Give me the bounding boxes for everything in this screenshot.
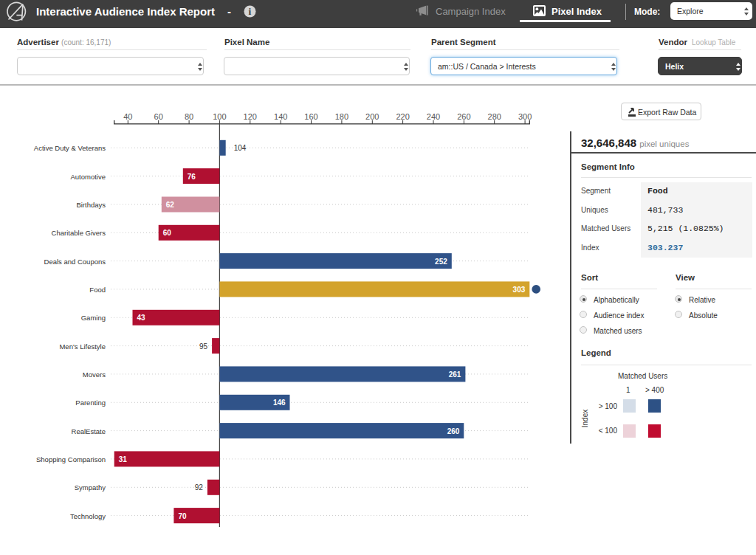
svg-text:60: 60	[154, 112, 163, 121]
svg-text:31: 31	[119, 455, 128, 463]
svg-text:62: 62	[166, 201, 175, 209]
svg-text:Charitable Givers: Charitable Givers	[52, 229, 106, 237]
svg-text:Active Duty & Veterans: Active Duty & Veterans	[34, 144, 106, 152]
svg-text:120: 120	[244, 112, 257, 121]
svg-text:80: 80	[185, 112, 193, 121]
svg-text:Deals and Coupons: Deals and Coupons	[44, 258, 106, 266]
svg-text:303: 303	[513, 286, 526, 294]
svg-text:261: 261	[449, 370, 461, 379]
svg-text:180: 180	[335, 112, 348, 121]
svg-text:76: 76	[188, 173, 196, 181]
svg-text:Sympathy: Sympathy	[75, 483, 106, 492]
svg-text:Shopping Comparison: Shopping Comparison	[36, 455, 106, 463]
svg-text:Movers: Movers	[83, 370, 106, 379]
svg-text:260: 260	[447, 427, 460, 435]
svg-text:Birthdays: Birthdays	[76, 201, 106, 209]
svg-text:140: 140	[274, 112, 287, 121]
svg-text:104: 104	[234, 144, 247, 152]
svg-text:260: 260	[457, 112, 470, 121]
svg-text:100: 100	[213, 112, 226, 121]
svg-text:200: 200	[365, 112, 379, 121]
svg-text:252: 252	[435, 258, 447, 266]
svg-text:RealEstate: RealEstate	[72, 427, 106, 435]
svg-text:240: 240	[427, 112, 440, 121]
svg-text:300: 300	[518, 112, 532, 121]
svg-text:Food: Food	[89, 286, 106, 294]
svg-text:40: 40	[123, 112, 132, 121]
svg-text:Parenting: Parenting	[75, 399, 106, 407]
svg-text:43: 43	[137, 314, 146, 322]
svg-text:70: 70	[178, 512, 187, 520]
svg-text:220: 220	[396, 112, 409, 121]
svg-text:92: 92	[195, 483, 204, 492]
svg-text:280: 280	[488, 112, 501, 121]
svg-text:Technology: Technology	[70, 512, 106, 520]
svg-text:i: i	[249, 6, 252, 17]
svg-text:Automotive: Automotive	[70, 173, 106, 181]
svg-text:Men's Lifestyle: Men's Lifestyle	[59, 342, 106, 351]
svg-text:Gaming: Gaming	[81, 314, 106, 322]
svg-text:95: 95	[199, 342, 208, 351]
svg-text:60: 60	[163, 229, 172, 237]
svg-text:160: 160	[304, 112, 317, 121]
svg-text:146: 146	[273, 399, 286, 407]
